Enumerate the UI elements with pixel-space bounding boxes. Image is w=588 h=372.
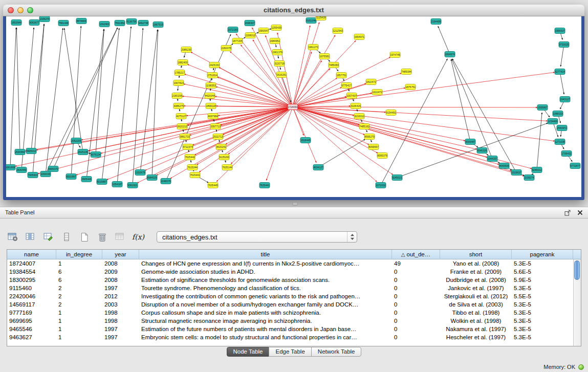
graph-node[interactable]: 9277414	[555, 69, 565, 75]
graph-edge[interactable]	[117, 27, 131, 184]
table-row[interactable]: 2242004622012Investigating the contribut…	[7, 292, 573, 300]
show-columns-icon[interactable]	[24, 231, 37, 243]
graph-edge[interactable]	[293, 107, 555, 141]
graph-edge[interactable]	[102, 28, 119, 182]
graph-node[interactable]: 2905446	[81, 177, 92, 182]
graph-edge[interactable]	[293, 72, 555, 107]
graph-node[interactable]: 7635144	[222, 165, 232, 170]
graph-node[interactable]: 3220718	[274, 61, 285, 67]
graph-node[interactable]: 1918445	[300, 138, 311, 143]
network-canvas[interactable]: 1853944906367713352747581446887880913029…	[6, 16, 581, 197]
graph-node[interactable]: 9076134	[91, 152, 101, 158]
tab-network-table[interactable]: Network Table	[311, 347, 362, 357]
graph-node[interactable]: 2248076	[161, 179, 171, 184]
graph-node[interactable]: 1907823	[173, 80, 184, 86]
graph-node[interactable]: 3086275	[173, 103, 184, 109]
graph-node[interactable]: 1271038	[555, 139, 565, 145]
graph-edge[interactable]	[293, 23, 319, 107]
graph-node[interactable]: 1595867	[537, 105, 548, 111]
graph-node[interactable]: 2086230	[181, 47, 191, 53]
graph-edge[interactable]	[46, 28, 63, 174]
graph-node[interactable]: 4275127	[176, 114, 186, 119]
graph-node[interactable]: 1255439	[271, 25, 281, 31]
graph-node[interactable]: 2180206	[172, 93, 182, 99]
table-row[interactable]: 1938455462009Genome-wide association stu…	[7, 268, 573, 276]
function-builder-icon[interactable]: f(x)	[132, 231, 145, 243]
graph-edge[interactable]	[452, 59, 516, 172]
graph-node[interactable]: 1335274	[39, 16, 50, 22]
column-header-out_degree[interactable]: △out_de…	[392, 250, 440, 259]
graph-node[interactable]: 2751814	[207, 73, 217, 78]
row-view-icon[interactable]	[60, 231, 73, 243]
graph-node[interactable]: 1616261	[276, 72, 287, 78]
graph-node[interactable]: 4420044	[205, 93, 215, 99]
new-table-icon[interactable]	[78, 231, 91, 243]
graph-node[interactable]: 1857751	[336, 73, 346, 78]
table-row[interactable]: 946362711997Embryonic stem cells: a mode…	[7, 333, 573, 341]
graph-node[interactable]: 9546326	[477, 148, 487, 154]
graph-node[interactable]: 1899118	[206, 103, 216, 109]
graph-edge[interactable]	[537, 113, 542, 170]
graph-edge[interactable]	[101, 107, 293, 154]
graph-node[interactable]: 2630560	[15, 149, 25, 155]
graph-node[interactable]: 5906370	[48, 166, 58, 172]
create-column-icon[interactable]	[42, 231, 55, 243]
graph-edge[interactable]	[293, 107, 378, 153]
column-header-short[interactable]: short	[440, 250, 512, 259]
graph-node[interactable]: 2208012	[245, 33, 255, 38]
graph-node[interactable]: 2052205	[71, 138, 81, 144]
graph-node[interactable]: 1961379	[272, 50, 282, 55]
column-header-pagerank[interactable]: pagerank	[512, 250, 573, 259]
graph-node[interactable]: 8595279	[364, 134, 375, 140]
graph-node[interactable]: 9063677	[29, 20, 39, 26]
close-window-button[interactable]	[8, 7, 14, 13]
graph-node[interactable]: 9462738	[138, 20, 148, 26]
graph-node[interactable]: 1054187	[112, 182, 122, 187]
graph-edge[interactable]	[293, 107, 537, 107]
graph-node[interactable]: 6772877	[570, 163, 580, 169]
graph-node[interactable]: 8878809	[76, 18, 86, 24]
graph-edge[interactable]	[215, 96, 293, 107]
graph-node[interactable]: 1198353	[206, 83, 216, 89]
graph-node[interactable]: 3861733	[180, 134, 190, 140]
delete-table-icon[interactable]	[96, 231, 109, 243]
graph-node[interactable]: 1572183	[228, 27, 238, 33]
graph-node[interactable]: 1684951	[270, 38, 280, 44]
window-titlebar[interactable]: citations_edges.txt	[3, 5, 584, 16]
graph-node[interactable]: 7581446	[58, 20, 69, 26]
graph-edge[interactable]	[53, 28, 118, 169]
graph-edge[interactable]	[560, 72, 564, 94]
graph-edge[interactable]	[293, 107, 477, 149]
graph-node[interactable]: 5905013	[26, 148, 36, 154]
graph-node[interactable]: 2620213	[177, 124, 187, 129]
graph-edge[interactable]	[236, 34, 293, 107]
graph-node[interactable]: 9245021	[392, 175, 402, 181]
graph-edge[interactable]	[293, 26, 310, 107]
graph-node[interactable]: 8649506	[499, 163, 509, 169]
graph-edge[interactable]	[277, 33, 293, 107]
graph-edge[interactable]	[96, 29, 104, 155]
zoom-window-button[interactable]	[27, 7, 33, 13]
column-header-name[interactable]: name	[7, 250, 56, 259]
table-row[interactable]: 1872400712008Changes of HCN gene express…	[7, 259, 573, 268]
graph-node[interactable]: 3615241	[216, 144, 226, 150]
tab-node-table[interactable]: Node Table	[227, 347, 270, 357]
graph-node[interactable]: 9135200	[219, 155, 229, 160]
close-panel-icon[interactable]	[577, 210, 583, 215]
graph-edge[interactable]	[16, 28, 20, 152]
import-table-icon[interactable]	[114, 231, 127, 243]
graph-node[interactable]: 2532713	[213, 134, 223, 140]
graph-node[interactable]: 8099487	[465, 139, 475, 145]
graph-node[interactable]: 1698307	[245, 20, 255, 26]
graph-node[interactable]: 1072032	[376, 183, 386, 188]
table-row[interactable]: 977716911998Corpus callosum shape and si…	[7, 309, 573, 317]
graph-node[interactable]: 2563972	[557, 125, 567, 131]
graph-node[interactable]: 1125439	[316, 16, 326, 20]
graph-node[interactable]: 3106416	[351, 103, 361, 109]
graph-edge[interactable]	[293, 107, 524, 176]
scrollbar-thumb[interactable]	[574, 260, 580, 280]
graph-node[interactable]: 1093039	[40, 171, 51, 177]
graph-node[interactable]: 1853944	[11, 20, 21, 26]
graph-node[interactable]: 4634127	[313, 165, 323, 170]
graph-node[interactable]: 9712374	[183, 144, 193, 150]
